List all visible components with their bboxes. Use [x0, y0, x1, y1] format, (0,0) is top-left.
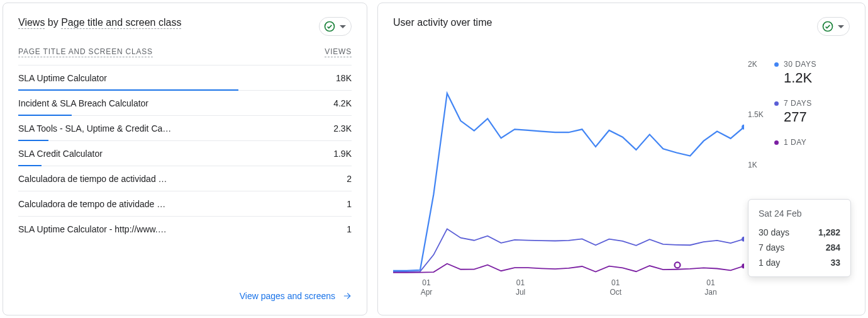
- tooltip-row-label: 1 day: [759, 258, 780, 268]
- dimension-name[interactable]: Page title and screen class: [61, 17, 181, 29]
- x-tick: 01 Jan: [704, 278, 716, 297]
- chart-plot[interactable]: 01 Apr 01 Jul 01 Oct 01 Jan: [393, 47, 744, 301]
- tooltip-row-value: 284: [826, 242, 840, 253]
- line-chart-svg: [393, 47, 744, 301]
- table-rows: SLA Uptime Calculator 18K Incident & SLA…: [18, 65, 352, 242]
- row-value: 1: [347, 224, 352, 234]
- check-circle-icon: [323, 20, 336, 33]
- legend-value: 277: [784, 109, 850, 125]
- metric-name[interactable]: Views: [18, 17, 45, 29]
- legend-dot-icon: [774, 62, 779, 67]
- x-tick-top: 01: [609, 278, 621, 288]
- x-tick-top: 01: [421, 278, 433, 288]
- views-by-page-title-card: Views by Page title and screen class PAG…: [3, 3, 367, 315]
- arrow-right-icon: [343, 292, 352, 300]
- x-tick-bottom: Oct: [609, 288, 621, 297]
- svg-point-5: [742, 263, 744, 268]
- svg-point-2: [823, 22, 833, 31]
- tooltip-row-value: 1,282: [818, 227, 840, 237]
- x-tick-bottom: Jan: [704, 288, 716, 297]
- table-row[interactable]: SLA Uptime Calculator - http://www.… 1: [18, 217, 352, 242]
- row-label: SLA Credit Calculator: [18, 149, 103, 159]
- row-label: SLA Uptime Calculator - http://www.…: [18, 224, 167, 234]
- tooltip-row: 30 days 1,282: [759, 227, 840, 237]
- tooltip-row-label: 7 days: [759, 242, 784, 253]
- legend-dot-icon: [774, 140, 779, 145]
- x-tick-bottom: Jul: [516, 288, 525, 297]
- x-tick-top: 01: [516, 278, 525, 288]
- tooltip-date: Sat 24 Feb: [759, 208, 840, 219]
- table-row[interactable]: SLA Credit Calculator 1.9K: [18, 141, 352, 166]
- y-tick: 2K: [748, 60, 768, 69]
- row-label: Calculadora de tiempo de actividad …: [18, 174, 167, 184]
- x-tick-top: 01: [704, 278, 716, 288]
- user-activity-card: User activity over time 01 Apr 0: [377, 3, 865, 315]
- legend-item-7-days[interactable]: 7 DAYS 277: [774, 99, 850, 125]
- row-label: SLA Uptime Calculator: [18, 73, 107, 83]
- table-row[interactable]: Incident & SLA Breach Calculator 4.2K: [18, 91, 352, 116]
- tooltip-row-value: 33: [830, 258, 840, 268]
- row-value: 1: [347, 199, 352, 209]
- status-chip[interactable]: [319, 17, 352, 36]
- row-label: Incident & SLA Breach Calculator: [18, 98, 148, 108]
- svg-point-4: [742, 237, 744, 242]
- legend-label-text: 7 DAYS: [784, 99, 812, 108]
- card-title: User activity over time: [393, 17, 492, 28]
- row-value: 2.3K: [333, 123, 352, 133]
- table-row[interactable]: Calculadora de tempo de atividade … 1: [18, 191, 352, 217]
- chart-tooltip: Sat 24 Feb 30 days 1,282 7 days 284 1 da…: [748, 199, 851, 277]
- card-header: Views by Page title and screen class: [18, 17, 352, 36]
- y-tick: 1.5K: [748, 110, 768, 119]
- table-row[interactable]: Calculadora de tiempo de actividad … 2: [18, 166, 352, 191]
- row-label: Calculadora de tempo de atividade …: [18, 199, 165, 209]
- tooltip-row-label: 30 days: [759, 227, 789, 237]
- card-header: User activity over time: [393, 17, 850, 36]
- card-title: Views by Page title and screen class: [18, 17, 181, 28]
- y-tick: 1K: [748, 161, 768, 169]
- tooltip-row: 1 day 33: [759, 258, 840, 268]
- footer-link-text: View pages and screens: [240, 291, 335, 301]
- card-footer: View pages and screens: [18, 280, 352, 301]
- col-title-header[interactable]: PAGE TITLE AND SCREEN CLASS: [18, 47, 153, 57]
- legend-label-text: 1 DAY: [784, 138, 806, 147]
- row-value: 4.2K: [333, 98, 352, 108]
- x-axis-ticks: 01 Apr 01 Jul 01 Oct 01 Jan: [393, 276, 744, 301]
- row-label: SLA Tools - SLA, Uptime & Credit Ca…: [18, 123, 171, 133]
- legend-item-30-days[interactable]: 30 DAYS 1.2K: [774, 60, 850, 86]
- tooltip-row: 7 days 284: [759, 242, 840, 253]
- legend-item-1-day[interactable]: 1 DAY: [774, 138, 850, 147]
- check-circle-icon: [821, 20, 834, 33]
- col-views-header[interactable]: VIEWS: [325, 47, 352, 57]
- table-row[interactable]: SLA Tools - SLA, Uptime & Credit Ca… 2.3…: [18, 116, 352, 141]
- legend-value: 1.2K: [784, 70, 850, 86]
- legend-label-text: 30 DAYS: [784, 60, 816, 69]
- status-chip[interactable]: [817, 17, 850, 36]
- chevron-down-icon: [340, 25, 346, 28]
- title-by: by: [45, 17, 61, 28]
- chevron-down-icon: [838, 25, 844, 28]
- x-tick-bottom: Apr: [421, 288, 433, 297]
- view-pages-link[interactable]: View pages and screens: [240, 291, 352, 301]
- table-row[interactable]: SLA Uptime Calculator 18K: [18, 65, 352, 91]
- x-tick: 01 Jul: [516, 278, 525, 297]
- table-header: PAGE TITLE AND SCREEN CLASS VIEWS: [18, 47, 352, 65]
- row-value: 2: [347, 174, 352, 184]
- hover-point-marker: [675, 262, 681, 268]
- row-value: 1.9K: [333, 149, 352, 159]
- svg-point-0: [325, 22, 335, 31]
- legend-dot-icon: [774, 101, 779, 106]
- x-tick: 01 Oct: [609, 278, 621, 297]
- row-value: 18K: [336, 73, 352, 83]
- x-tick: 01 Apr: [421, 278, 433, 297]
